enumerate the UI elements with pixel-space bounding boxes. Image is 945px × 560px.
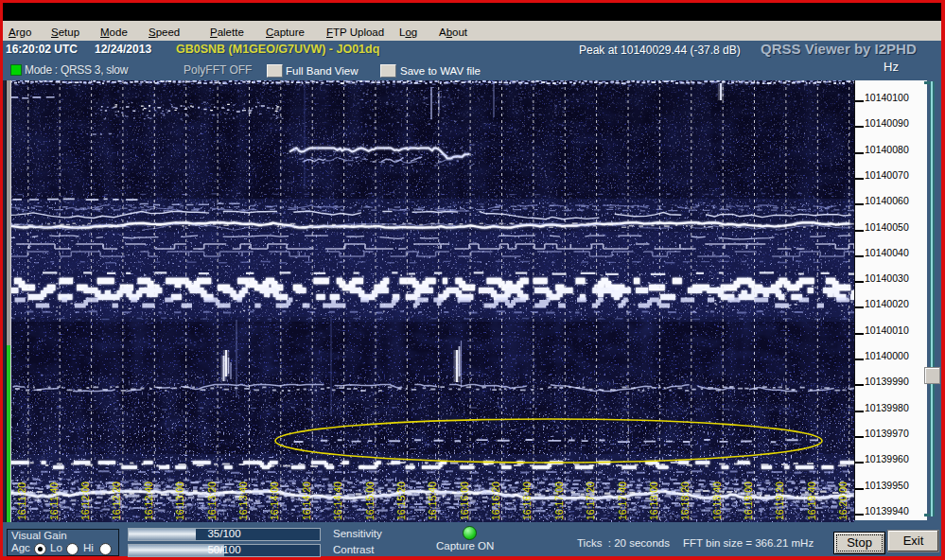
svg-text:16:19:20: 16:19:20	[774, 481, 785, 520]
svg-text:16:12:20: 16:12:20	[111, 481, 122, 520]
svg-text:16:18:40: 16:18:40	[711, 481, 723, 520]
svg-text:16:13:20: 16:13:20	[206, 481, 218, 520]
svg-text:16:16:00: 16:16:00	[459, 481, 470, 520]
svg-text:16:16:20: 16:16:20	[490, 481, 501, 520]
svg-text:16:11:40: 16:11:40	[48, 482, 60, 520]
svg-text:16:14:40: 16:14:40	[332, 481, 343, 520]
svg-text:16:11:20: 16:11:20	[16, 482, 27, 520]
svg-text:16:15:20: 16:15:20	[395, 481, 407, 520]
svg-text:16:18:20: 16:18:20	[679, 481, 691, 520]
svg-text:16:15:40: 16:15:40	[427, 481, 438, 520]
svg-text:16:20:00: 16:20:00	[837, 481, 849, 520]
svg-text:16:12:00: 16:12:00	[79, 481, 91, 520]
svg-text:16:13:00: 16:13:00	[174, 481, 185, 520]
svg-text:16:16:40: 16:16:40	[521, 481, 533, 520]
svg-text:16:17:40: 16:17:40	[617, 481, 628, 520]
svg-text:16:18:00: 16:18:00	[648, 481, 659, 520]
svg-text:16:14:00: 16:14:00	[269, 481, 280, 520]
svg-text:16:19:00: 16:19:00	[743, 481, 754, 520]
svg-text:16:17:20: 16:17:20	[585, 481, 596, 520]
svg-text:16:15:00: 16:15:00	[364, 481, 376, 520]
svg-text:16:17:00: 16:17:00	[553, 481, 565, 520]
svg-text:16:14:20: 16:14:20	[301, 481, 312, 520]
svg-text:16:19:40: 16:19:40	[806, 481, 817, 520]
svg-text:16:12:40: 16:12:40	[143, 481, 154, 520]
svg-text:16:13:40: 16:13:40	[237, 481, 249, 520]
